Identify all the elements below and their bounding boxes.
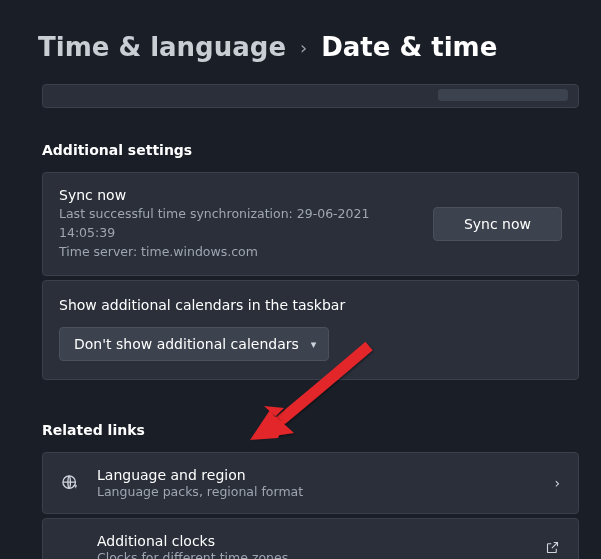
additional-calendars-label: Show additional calendars in the taskbar (59, 297, 562, 313)
breadcrumb-current: Date & time (321, 32, 497, 62)
sync-last: Last successful time synchronization: 29… (59, 205, 417, 243)
chevron-down-icon: ▾ (311, 338, 317, 351)
breadcrumb: Time & language › Date & time (0, 0, 601, 84)
sync-now-button[interactable]: Sync now (433, 207, 562, 241)
globe-icon (59, 473, 81, 493)
sync-now-card: Sync now Last successful time synchroniz… (42, 172, 579, 276)
additional-clocks-sub: Clocks for different time zones (97, 550, 529, 559)
sync-title: Sync now (59, 187, 417, 203)
language-region-title: Language and region (97, 467, 538, 483)
additional-calendars-card: Show additional calendars in the taskbar… (42, 280, 579, 380)
language-region-link[interactable]: Language and region Language packs, regi… (42, 452, 579, 514)
breadcrumb-parent[interactable]: Time & language (38, 32, 286, 62)
section-additional-settings: Additional settings (42, 142, 579, 158)
settings-card-partial (42, 84, 579, 108)
language-region-sub: Language packs, regional format (97, 484, 538, 499)
chevron-right-icon: › (554, 475, 560, 491)
partial-button[interactable] (438, 89, 568, 101)
additional-calendars-dropdown[interactable]: Don't show additional calendars ▾ (59, 327, 329, 361)
section-related-links: Related links (42, 422, 579, 438)
additional-clocks-title: Additional clocks (97, 533, 529, 549)
sync-server: Time server: time.windows.com (59, 243, 417, 262)
chevron-right-icon: › (300, 37, 307, 58)
open-external-icon (545, 540, 560, 558)
additional-clocks-link[interactable]: Additional clocks Clocks for different t… (42, 518, 579, 559)
dropdown-selected: Don't show additional calendars (74, 336, 299, 352)
